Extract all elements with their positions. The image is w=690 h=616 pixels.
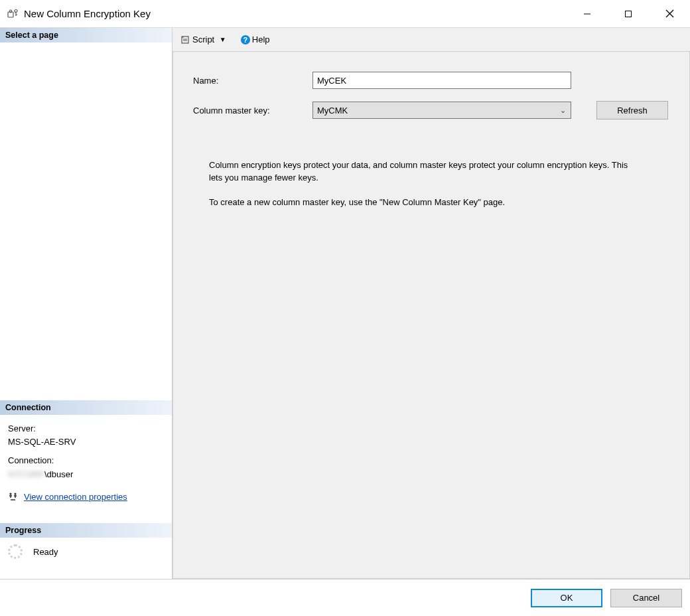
select-page-header: Select a page <box>0 28 172 42</box>
progress-section: Progress Ready <box>0 523 172 579</box>
progress-header: Progress <box>0 523 172 538</box>
help-button[interactable]: ?Help <box>241 35 270 44</box>
svg-point-9 <box>9 493 11 495</box>
window-title: New Column Encryption Key <box>24 8 151 19</box>
close-button[interactable] <box>649 0 690 28</box>
info-paragraph-2: To create a new column master key, use t… <box>209 196 634 209</box>
master-key-select[interactable]: MyCMK ⌄ <box>312 102 571 119</box>
connection-label: Connection: <box>8 455 164 467</box>
svg-point-12 <box>14 493 16 495</box>
script-icon <box>180 35 190 44</box>
minimize-button[interactable] <box>567 0 608 28</box>
name-row: Name: <box>193 72 669 89</box>
connection-value: NTCORP\dbuser <box>8 469 164 481</box>
ok-button[interactable]: OK <box>531 589 602 607</box>
connection-user-domain: NTCORP <box>8 469 44 479</box>
form-area: Name: Column master key: MyCMK ⌄ Refresh… <box>172 51 690 579</box>
refresh-button[interactable]: Refresh <box>596 101 668 119</box>
master-key-label: Column master key: <box>193 106 312 116</box>
select-page-section: Select a page <box>0 28 172 400</box>
help-label: Help <box>252 35 270 44</box>
right-pane: Script ▼ ?Help Name: Column master key: … <box>172 28 690 579</box>
name-label: Name: <box>193 76 312 86</box>
progress-spinner-icon <box>8 544 23 559</box>
cancel-button[interactable]: Cancel <box>610 589 682 607</box>
key-app-icon <box>7 7 20 21</box>
titlebar: New Column Encryption Key <box>0 0 690 28</box>
maximize-button[interactable] <box>608 0 649 28</box>
svg-point-2 <box>15 9 17 12</box>
connection-header: Connection <box>0 400 172 415</box>
script-label: Script <box>192 35 214 44</box>
left-pane: Select a page Connection Server: MS-SQL-… <box>0 28 172 579</box>
help-icon: ? <box>241 35 250 44</box>
info-paragraph-1: Column encryption keys protect your data… <box>209 159 634 185</box>
footer: OK Cancel <box>0 579 690 616</box>
tool-strip: Script ▼ ?Help <box>172 28 690 51</box>
svg-rect-6 <box>626 11 632 17</box>
info-text: Column encryption keys protect your data… <box>209 159 634 209</box>
connection-user-name: \dbuser <box>44 469 73 479</box>
connection-section: Connection Server: MS-SQL-AE-SRV Connect… <box>0 400 172 523</box>
view-connection-properties-link[interactable]: View connection properties <box>24 491 127 503</box>
script-dropdown[interactable]: Script ▼ <box>192 35 229 44</box>
server-label: Server: <box>8 423 164 435</box>
master-key-row: Column master key: MyCMK ⌄ Refresh <box>193 101 669 119</box>
connection-properties-icon <box>8 492 19 502</box>
master-key-selected-value: MyCMK <box>317 106 348 116</box>
chevron-down-icon: ▼ <box>220 36 226 43</box>
progress-status: Ready <box>33 547 58 557</box>
server-value: MS-SQL-AE-SRV <box>8 436 164 448</box>
name-input[interactable] <box>312 72 571 89</box>
